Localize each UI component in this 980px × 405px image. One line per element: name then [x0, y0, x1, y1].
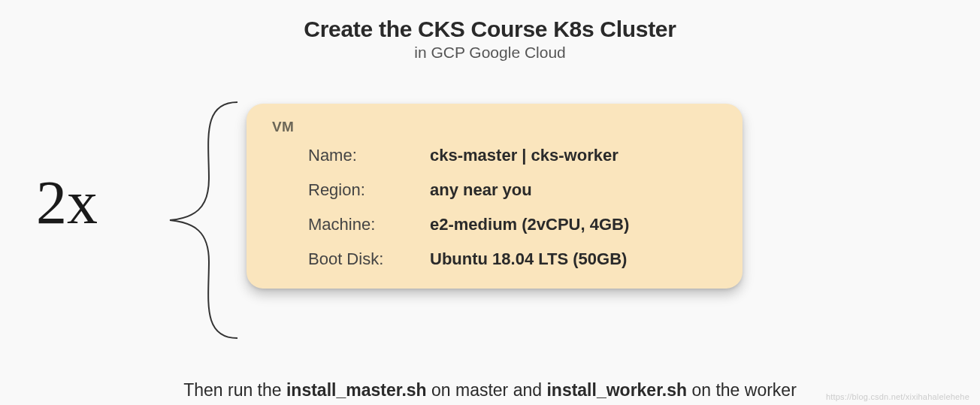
multiplier-label: 2x	[36, 168, 98, 238]
vm-card: VM Name: cks-master | cks-worker Region:…	[247, 104, 743, 289]
page-title: Create the CKS Course K8s Cluster	[0, 17, 980, 42]
curly-brace-icon	[141, 96, 247, 347]
row-value: any near you	[430, 180, 532, 200]
footer-suffix: on the worker	[687, 380, 797, 400]
row-label: Region:	[272, 180, 430, 200]
footer-script2: install_worker.sh	[546, 380, 687, 400]
row-value: cks-master | cks-worker	[430, 146, 619, 165]
page-subtitle: in GCP Google Cloud	[0, 44, 980, 62]
vm-row-bootdisk: Boot Disk: Ubuntu 18.04 LTS (50GB)	[272, 249, 717, 269]
header: Create the CKS Course K8s Cluster in GCP…	[0, 0, 980, 62]
row-label: Machine:	[272, 215, 430, 234]
watermark: https://blog.csdn.net/xixihahalelehehe	[826, 392, 969, 401]
footer-script1: install_master.sh	[286, 380, 427, 400]
row-value: e2-medium (2vCPU, 4GB)	[430, 215, 629, 234]
vm-row-machine: Machine: e2-medium (2vCPU, 4GB)	[272, 215, 717, 234]
row-label: Name:	[272, 146, 430, 165]
vm-row-name: Name: cks-master | cks-worker	[272, 146, 717, 165]
footer-prefix: Then run the	[183, 380, 286, 400]
vm-row-region: Region: any near you	[272, 180, 717, 200]
vm-card-label: VM	[272, 119, 717, 135]
row-value: Ubuntu 18.04 LTS (50GB)	[430, 249, 627, 269]
row-label: Boot Disk:	[272, 249, 430, 269]
footer-mid: on master and	[427, 380, 547, 400]
